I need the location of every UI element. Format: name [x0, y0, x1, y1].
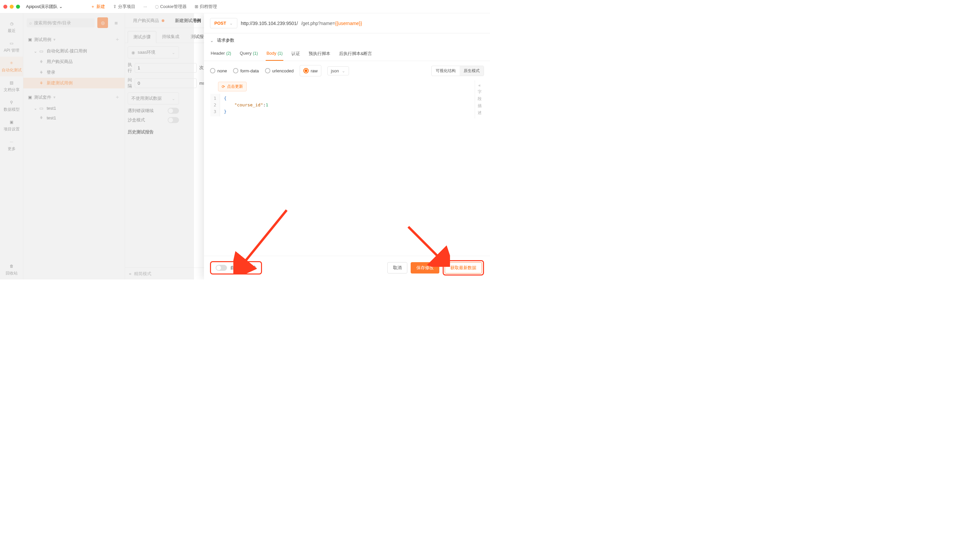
- folder-icon: ▭: [40, 49, 45, 54]
- close-window[interactable]: [3, 5, 7, 9]
- url-path: /get.php?name=: [301, 21, 335, 26]
- tree-item-new[interactable]: ⚘ 新建测试用例: [23, 78, 125, 88]
- case-icon: ▣: [28, 37, 32, 42]
- request-panel: POST⌄ http://39.105.104.239:9501/ /get.p…: [204, 13, 490, 280]
- code-source[interactable]: { "course_id":1 }: [220, 94, 272, 116]
- tree-folder[interactable]: ⌄ ▭ 自动化测试-接口用例: [23, 46, 125, 56]
- refresh-button[interactable]: ⟳点击更新: [218, 82, 247, 91]
- code-editor[interactable]: 123 { "course_id":1 }: [210, 93, 475, 117]
- ptab-body[interactable]: Body(1): [266, 47, 283, 61]
- locate-button[interactable]: ◎: [97, 17, 108, 28]
- tab-new[interactable]: 新建测试用例: [170, 13, 206, 28]
- url-variable: {{username}}: [335, 21, 362, 26]
- add-icon[interactable]: ＋: [115, 94, 120, 101]
- body-none[interactable]: none: [210, 68, 227, 73]
- continue-label: 遇到错误继续: [128, 108, 153, 114]
- testcases-header[interactable]: ▣测试用例▾ ＋: [23, 33, 125, 46]
- fetch-latest-button[interactable]: 获取最新数据: [445, 262, 482, 273]
- chevron-down-icon: ⌄: [172, 50, 175, 55]
- ptab-header[interactable]: Header(2): [210, 47, 232, 61]
- archive-button[interactable]: ⊞归档管理: [192, 2, 219, 11]
- testsuites-header[interactable]: ▣测试套件▾ ＋: [23, 91, 125, 103]
- collapse-icon[interactable]: «: [129, 271, 131, 276]
- add-icon[interactable]: ＋: [115, 36, 120, 43]
- nav-recent[interactable]: ◷最近: [0, 17, 23, 37]
- body-form-data[interactable]: form-data: [233, 68, 259, 73]
- automation-icon: ⚛: [9, 60, 15, 66]
- ptab-auth[interactable]: 认证: [291, 47, 301, 61]
- chevron-down-icon: ⌄: [342, 68, 345, 73]
- gutter: 123: [210, 94, 220, 116]
- tree-suite-folder[interactable]: ⌄ ▭ test1: [23, 103, 125, 113]
- exec-unit: 次: [199, 65, 204, 71]
- ptab-post[interactable]: 后执行脚本&断言: [338, 47, 373, 61]
- save-button[interactable]: 保存修改: [411, 262, 439, 273]
- settings-icon: ▣: [9, 119, 15, 125]
- search-input[interactable]: [34, 20, 92, 25]
- sidebar: ⌕ ◎ ≣ ▣测试用例▾ ＋ ⌄ ▭ 自动化测试-接口用例 ⚘ 用户: [23, 13, 125, 280]
- datasource-selector[interactable]: 不使用测试数据 ⌄: [128, 93, 179, 104]
- nav-docs[interactable]: ▤文档分享: [0, 76, 23, 96]
- tree-item-login[interactable]: ⚘ 登录: [23, 67, 125, 78]
- chevron-down-icon: ⌄: [210, 38, 214, 43]
- collapse-icon: «: [478, 83, 481, 88]
- caret-down-icon: ⌄: [33, 106, 37, 111]
- nav-more[interactable]: ···更多: [0, 136, 23, 155]
- tree-suite-item[interactable]: ⚘ test1: [23, 113, 125, 123]
- more-menu[interactable]: ···: [141, 3, 150, 10]
- exec-input[interactable]: [135, 63, 197, 73]
- url-base: http://39.105.104.239:9501/: [241, 21, 298, 26]
- subtab-ci[interactable]: 持续集成: [156, 31, 185, 43]
- cookie-manager-button[interactable]: ◌Cookie管理器: [152, 2, 189, 11]
- ptab-query[interactable]: Query(1): [239, 47, 258, 61]
- cookie-icon: ◌: [155, 4, 159, 9]
- traffic-lights: [3, 5, 20, 9]
- api-icon: ▭: [9, 40, 15, 46]
- env-selector[interactable]: ◉saas环境 ⌄: [128, 46, 179, 58]
- mode-visual[interactable]: 可视化结构: [432, 66, 460, 76]
- eye-icon: ◉: [131, 50, 135, 55]
- continue-toggle[interactable]: [168, 108, 179, 114]
- nav-trash[interactable]: 🗑回收站: [0, 260, 23, 280]
- method-selector[interactable]: POST⌄: [210, 18, 238, 28]
- sync-label: 自动双向同步: [230, 265, 256, 271]
- maximize-window[interactable]: [16, 5, 20, 9]
- search-icon: ⌕: [29, 20, 32, 25]
- filter-button[interactable]: ≣: [111, 17, 121, 28]
- param-tabs: Header(2) Query(1) Body(1) 认证 预执行脚本 后执行脚…: [204, 47, 490, 61]
- chevron-down-icon: ⌄: [229, 21, 233, 26]
- section-request-params[interactable]: ⌄ 请求参数: [204, 33, 490, 47]
- section-title: 请求参数: [217, 37, 234, 43]
- cancel-button[interactable]: 取消: [387, 262, 408, 273]
- body-raw[interactable]: raw: [300, 65, 321, 76]
- compact-label: 精简模式: [134, 271, 151, 277]
- model-icon: ⚲: [9, 99, 15, 106]
- minimize-window[interactable]: [10, 5, 14, 9]
- nav-api[interactable]: ▭API 管理: [0, 37, 23, 57]
- interval-label: 间隔: [128, 77, 132, 89]
- nav-model[interactable]: ⚲数据模型: [0, 96, 23, 116]
- share-project-button[interactable]: ⇪分享项目: [111, 2, 138, 11]
- modified-dot-icon: [162, 19, 164, 22]
- new-button[interactable]: ＋新建: [88, 2, 108, 11]
- tab-buy[interactable]: 用户购买商品: [128, 13, 170, 28]
- tree-item-buy[interactable]: ⚘ 用户购买商品: [23, 56, 125, 67]
- nav-automation[interactable]: ⚛自动化测试: [0, 57, 23, 76]
- raw-type-selector[interactable]: json⌄: [327, 66, 349, 75]
- more-icon: ···: [9, 139, 15, 145]
- subtab-steps[interactable]: 测试步骤: [128, 31, 156, 43]
- sync-toggle[interactable]: [216, 265, 227, 271]
- team-selector[interactable]: Apipost演示团队 ⌄: [26, 4, 63, 10]
- body-urlencoded[interactable]: urlencoded: [265, 68, 294, 73]
- ptab-pre[interactable]: 预执行脚本: [308, 47, 331, 61]
- url-display[interactable]: http://39.105.104.239:9501/ /get.php?nam…: [241, 21, 362, 26]
- field-desc-panel[interactable]: « 字段描述: [475, 80, 484, 118]
- link-icon: ⚘: [40, 60, 45, 64]
- sync-highlight: 自动双向同步: [210, 261, 262, 275]
- interval-input[interactable]: [135, 78, 197, 88]
- search-input-wrap[interactable]: ⌕: [26, 18, 95, 27]
- mode-raw[interactable]: 原生模式: [460, 66, 483, 76]
- nav-project[interactable]: ▣项目设置: [0, 116, 23, 136]
- sandbox-toggle[interactable]: [168, 117, 179, 123]
- share-icon: ⇪: [113, 4, 117, 9]
